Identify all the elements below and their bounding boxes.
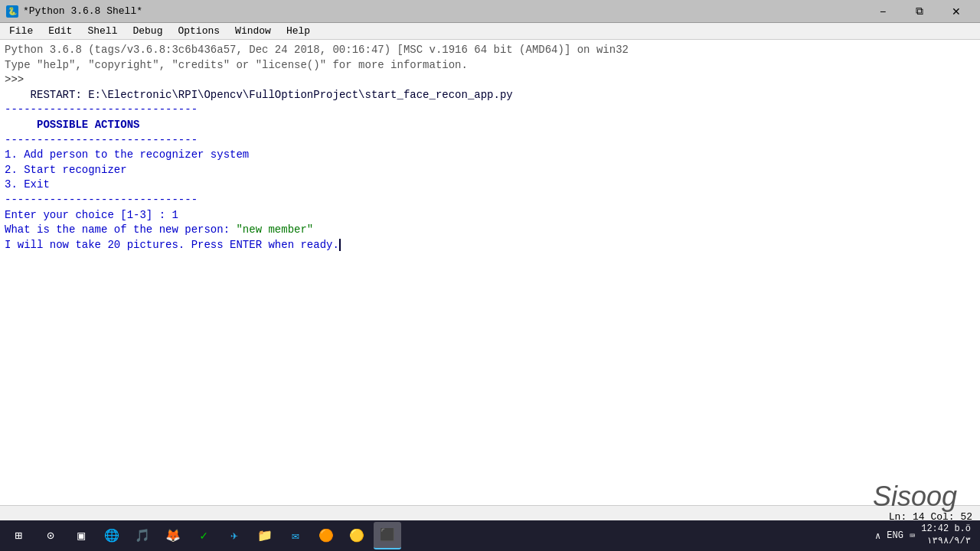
taskbar: ⊞ ⊙ ▣ 🌐 🎵 🦊 ✓ ✈ 📁 ✉ 🟠 🟡 ⬛ ∧ ENG ⌨ 12:42 … bbox=[0, 520, 980, 551]
vlc-button[interactable]: 🟠 bbox=[312, 522, 340, 549]
clock-date: ۱۳۹۸/۹/۳ bbox=[926, 536, 971, 548]
pictures-prompt-line: I will now take 20 pictures. Press ENTER… bbox=[5, 238, 975, 253]
title-bar-controls[interactable]: − ⧉ ✕ bbox=[865, 0, 974, 23]
python-version-line: Python 3.6.8 (tags/v3.6.8:3c6b436a57, De… bbox=[5, 43, 975, 58]
menu-window[interactable]: Window bbox=[229, 24, 277, 38]
menu-edit[interactable]: Edit bbox=[42, 24, 78, 38]
edge-button[interactable]: 🌐 bbox=[98, 522, 126, 549]
action3-line: 3. Exit bbox=[5, 178, 975, 193]
python-shell-button[interactable]: ⬛ bbox=[374, 522, 401, 549]
divider-top: ------------------------------ bbox=[5, 103, 975, 118]
menu-shell[interactable]: Shell bbox=[81, 24, 123, 38]
explorer-button[interactable]: 📁 bbox=[251, 522, 279, 549]
shell-content[interactable]: Python 3.6.8 (tags/v3.6.8:3c6b436a57, De… bbox=[0, 40, 980, 505]
cortana-button[interactable]: 🎵 bbox=[129, 522, 156, 549]
python-icon: 🐍 bbox=[6, 5, 18, 18]
keyboard-icon: ⌨ bbox=[910, 530, 915, 542]
start-button[interactable]: ⊞ bbox=[3, 522, 34, 549]
name-prompt-line: What is the name of the new person: "new… bbox=[5, 223, 975, 238]
telegram2-button[interactable]: ✉ bbox=[282, 522, 309, 549]
type-help-line: Type "help", "copyright", "credits" or "… bbox=[5, 58, 975, 73]
menu-options[interactable]: Options bbox=[172, 24, 226, 38]
language-indicator: ENG bbox=[887, 530, 903, 541]
system-tray: ∧ bbox=[875, 530, 880, 542]
firefox-button[interactable]: 🦊 bbox=[159, 522, 187, 549]
possible-actions-label: POSSIBLE ACTIONS bbox=[5, 118, 975, 133]
menu-debug[interactable]: Debug bbox=[126, 24, 168, 38]
close-button[interactable]: ✕ bbox=[939, 0, 974, 23]
taskbar-right: ∧ ENG ⌨ 12:42 b.ö ۱۳۹۸/۹/۳ bbox=[875, 523, 977, 547]
choice-prompt-line: Enter your choice [1-3] : 1 bbox=[5, 208, 975, 223]
title-bar: 🐍 *Python 3.6.8 Shell* − ⧉ ✕ bbox=[0, 0, 980, 23]
av-button[interactable]: ✓ bbox=[190, 522, 217, 549]
minimize-button[interactable]: − bbox=[865, 0, 900, 23]
divider-mid: ------------------------------ bbox=[5, 133, 975, 148]
title-bar-left: 🐍 *Python 3.6.8 Shell* bbox=[6, 5, 142, 18]
divider-bot: ------------------------------ bbox=[5, 193, 975, 208]
search-button[interactable]: ⊙ bbox=[37, 522, 64, 549]
restore-button[interactable]: ⧉ bbox=[902, 0, 937, 23]
action2-line: 2. Start recognizer bbox=[5, 163, 975, 178]
menu-file[interactable]: File bbox=[3, 24, 39, 38]
watermark: Sisoog bbox=[873, 481, 957, 513]
menu-help[interactable]: Help bbox=[280, 24, 316, 38]
menu-bar: File Edit Shell Debug Options Window Hel… bbox=[0, 23, 980, 40]
vlc2-button[interactable]: 🟡 bbox=[343, 522, 371, 549]
window-title: *Python 3.6.8 Shell* bbox=[23, 5, 142, 17]
clock-time: 12:42 b.ö bbox=[921, 523, 971, 536]
restart-line: RESTART: E:\Electronic\RPI\Opencv\FullOp… bbox=[5, 88, 975, 103]
action1-line: 1. Add person to the recognizer system bbox=[5, 148, 975, 163]
telegram-button[interactable]: ✈ bbox=[220, 522, 248, 549]
prompt-line: >>> bbox=[5, 73, 975, 88]
task-view-button[interactable]: ▣ bbox=[67, 522, 95, 549]
